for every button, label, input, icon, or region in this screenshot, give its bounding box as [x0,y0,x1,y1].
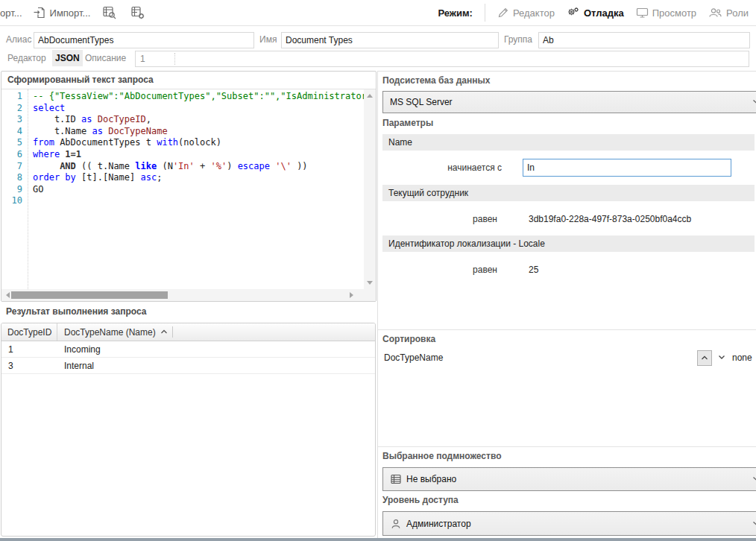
import-button[interactable]: Импорт... [33,6,91,19]
scroll-down-icon[interactable] [367,281,373,285]
group-input[interactable] [538,32,750,48]
parameters-title: Параметры [382,118,433,128]
import-button-label: Импорт... [50,7,91,19]
code-line: t.Name as DocTypeName [33,126,364,138]
scroll-up-icon[interactable] [367,94,373,98]
param-employee-op-label: равен [453,214,497,224]
scroll-left-icon[interactable] [6,292,10,298]
mode-debug-button[interactable]: Отладка [567,7,624,19]
scroll-right-icon[interactable] [350,292,353,298]
view-search-button[interactable] [101,4,119,22]
table-row[interactable]: 3Internal [1,358,375,374]
sort-field-name: DocTypeName [384,352,443,363]
access-level-combo[interactable]: Администратор [382,511,756,536]
column-divider [172,326,173,338]
table-cell: Internal [57,358,94,373]
code-line: order by [t].[Name] asc; [33,172,364,184]
mode-editor-label: Редактор [513,7,555,19]
editor-vertical-scrollbar[interactable] [364,89,376,289]
mode-preview-label: Просмотр [652,7,696,19]
mode-preview-button[interactable]: Просмотр [636,7,696,19]
name-input[interactable] [281,32,499,48]
sort-descending-button[interactable] [715,350,728,364]
db-subsystem-combo[interactable]: MS SQL Server [382,91,756,113]
param-name-op-label: начинается с [427,162,502,173]
column-header-doctypeid[interactable]: DocTypeID [1,323,57,341]
alias-label: Алиас [6,31,31,48]
toolbar: орт... Импорт... [0,0,756,26]
code-line: GO [33,184,364,196]
alias-input[interactable] [34,32,254,48]
description-input[interactable] [136,51,756,66]
table-cell: 3 [1,358,57,373]
scrollbar-thumb[interactable] [11,291,168,299]
line-numbers: 12345678910 [1,89,28,289]
name-label: Имя [259,31,277,48]
gears-icon [567,7,580,19]
mode-label: Режим: [438,7,473,19]
code-line: select [33,103,364,115]
db-subsystem-value: MS SQL Server [390,97,453,107]
table-icon [390,473,402,485]
monitor-icon [636,7,649,19]
results-body: 1Incoming3Internal [1,341,375,374]
param-employee-bar: Текущий сотрудник [382,185,755,201]
person-icon [390,518,402,530]
mode-roles-button[interactable]: Роли [708,7,749,19]
sort-direction-value: none [732,352,752,363]
section-divider [378,329,756,330]
results-title: Результат выполнения запроса [6,306,146,317]
column-header-doctypename[interactable]: DocTypeName (Name) [57,323,173,341]
code-line [33,195,364,207]
param-name-input[interactable] [523,159,731,177]
code-line: from AbDocumentTypes t with(nolock) [33,137,364,149]
table-cell: 1 [1,341,57,357]
subset-title: Выбранное подмножество [382,451,501,461]
sort-ascending-button[interactable] [697,350,712,366]
query-text-panel: Сформированный текст запроса 12345678910… [1,71,377,302]
window-bottom-edge [0,538,756,541]
tab-json[interactable]: JSON [52,50,83,66]
param-locale-value: 25 [529,265,538,275]
code-line: AND (( t.Name like (N'In' + '%') escape … [33,161,364,173]
sort-ascending-icon [160,329,168,335]
mode-editor-button[interactable]: Редактор [497,7,555,19]
code-line: where 1=1 [33,149,364,161]
sorting-title: Сортировка [382,334,435,344]
settings-panel: Подсистема баз данных MS SQL Server Пара… [377,71,756,539]
people-icon [708,7,722,19]
db-subsystem-title: Подсистема баз данных [382,75,490,86]
access-level-title: Уровень доступа [382,495,459,505]
chevron-down-icon [718,355,725,360]
table-row[interactable]: 1Incoming [1,341,375,358]
chevron-down-icon [752,521,756,526]
chevron-down-icon [752,99,756,104]
group-label: Группа [504,31,532,48]
param-name-bar: Name [382,134,755,151]
section-divider [378,446,756,447]
subset-value: Не выбрано [406,474,456,484]
subset-combo[interactable]: Не выбрано [382,467,756,491]
import-icon [33,6,46,19]
results-header-row: DocTypeID DocTypeName (Name) [1,323,375,341]
chevron-down-icon [752,476,756,481]
toolbar-separator [485,4,485,22]
view-editor-window: орт... Импорт... [0,0,756,541]
mode-roles-label: Роли [726,7,749,19]
mode-debug-label: Отладка [584,7,624,19]
description-label: Описание [85,50,126,66]
view-settings-button[interactable] [129,4,147,22]
description-field[interactable] [135,51,749,67]
code-line: -- {"TessaView":"AbDocumentTypes","Subse… [33,91,364,103]
table-search-icon [102,5,117,20]
editor-horizontal-scrollbar[interactable] [1,289,364,301]
tab-editor[interactable]: Редактор [4,50,49,66]
param-locale-bar: Идентификатор локализации - Locale [382,235,755,252]
sql-editor[interactable]: 12345678910 -- {"TessaView":"AbDocumentT… [1,89,364,289]
code-lines[interactable]: -- {"TessaView":"AbDocumentTypes","Subse… [28,89,364,289]
table-cell: Incoming [57,341,101,357]
export-button[interactable]: орт... [0,7,22,19]
chevron-up-icon [701,355,708,361]
param-employee-value: 3db19fa0-228a-497f-873a-0250bf0a4ccb [529,214,691,224]
description-field-divider [174,53,175,65]
